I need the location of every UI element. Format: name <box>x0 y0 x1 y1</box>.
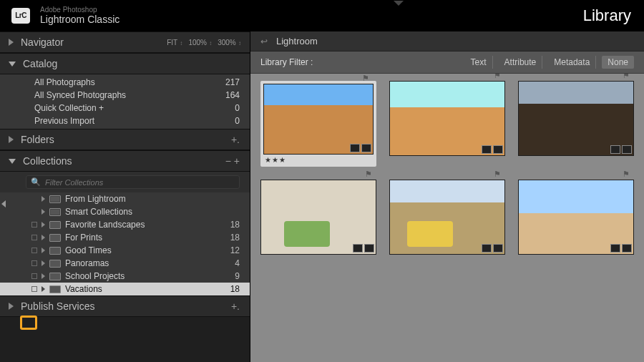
thumbnail-badge-icon[interactable] <box>361 144 371 152</box>
breadcrumb-back-icon[interactable]: ↩ <box>260 36 268 47</box>
thumbnail-image[interactable] <box>389 81 505 156</box>
collection-row[interactable]: Smart Collections <box>0 205 250 218</box>
thumbnail-badge-icon[interactable] <box>622 244 632 253</box>
module-picker-library[interactable]: Library <box>583 6 633 25</box>
grid-cell[interactable]: ⚑ <box>389 81 505 167</box>
collection-label: For Prints <box>65 233 226 243</box>
sync-checkbox[interactable] <box>31 286 37 292</box>
thumbnail-image[interactable] <box>518 81 634 156</box>
catalog-row[interactable]: All Synced Photographs164 <box>0 89 250 102</box>
source-breadcrumb[interactable]: ↩ Lightroom <box>250 31 644 52</box>
add-folder-button[interactable]: +. <box>230 134 241 145</box>
collection-count: 18 <box>230 233 240 243</box>
thumbnail-badge-icon[interactable] <box>364 244 374 253</box>
grid-cell[interactable]: ⚑★★★ <box>260 81 376 167</box>
catalog-row[interactable]: All Photographs217 <box>0 76 250 89</box>
grid-cell[interactable]: ⚑ <box>518 180 634 255</box>
collection-row[interactable]: Good Times12 <box>0 244 250 257</box>
product-name: Lightroom Classic <box>40 14 119 26</box>
catalog-row-label: All Photographs <box>34 77 95 87</box>
flag-icon[interactable]: ⚑ <box>623 74 631 78</box>
collection-label: Good Times <box>65 245 226 255</box>
sync-checkbox[interactable] <box>31 273 37 279</box>
disclosure-triangle-icon <box>9 39 14 46</box>
sync-checkbox[interactable] <box>31 248 37 253</box>
catalog-row[interactable]: Previous Import0 <box>0 114 250 127</box>
panel-header-catalog[interactable]: Catalog <box>0 53 250 74</box>
collection-row[interactable]: School Projects9 <box>0 270 250 283</box>
panel-header-publish[interactable]: Publish Services +. <box>0 295 250 317</box>
rating-stars[interactable]: ★★★ <box>263 155 374 164</box>
catalog-row-label: All Synced Photographs <box>34 90 126 100</box>
thumbnail-badge-icon[interactable] <box>482 244 492 253</box>
filter-tab-attribute[interactable]: Attribute <box>499 56 543 69</box>
thumbnail-badge-icon[interactable] <box>482 145 492 154</box>
zoom-300[interactable]: 300% <box>218 39 241 47</box>
body: Navigator FIT 100% 300% Catalog All Phot… <box>0 31 644 362</box>
collection-row[interactable]: For Prints18 <box>0 231 250 244</box>
collection-icon <box>49 208 61 216</box>
collection-row[interactable]: Vacations18 <box>0 283 250 295</box>
grid-cell[interactable]: ⚑ <box>518 81 634 167</box>
thumbnail-image[interactable] <box>263 84 374 155</box>
add-collection-button[interactable]: + <box>234 155 240 167</box>
flag-icon[interactable]: ⚑ <box>365 170 374 177</box>
tutorial-highlight-box <box>20 315 37 330</box>
thumbnail-badge-icon[interactable] <box>610 145 620 154</box>
flag-icon[interactable]: ⚑ <box>362 74 371 81</box>
collection-label: Favorite Landscapes <box>65 220 226 230</box>
collection-count: 18 <box>230 284 240 294</box>
panel-header-collections[interactable]: Collections − + <box>0 150 250 172</box>
panel-header-navigator[interactable]: Navigator FIT 100% 300% <box>0 31 250 53</box>
disclosure-triangle-icon <box>42 273 45 279</box>
sync-checkbox[interactable] <box>31 260 37 266</box>
collection-icon <box>49 247 61 255</box>
thumbnail-badge-icon[interactable] <box>350 144 360 152</box>
panel-title: Collections <box>23 155 72 167</box>
navigator-zoom-controls[interactable]: FIT 100% 300% <box>167 39 241 47</box>
top-panel-collapse-arrow[interactable] <box>394 1 404 6</box>
thumbnail-image[interactable] <box>518 180 634 255</box>
filter-tab-text[interactable]: Text <box>465 56 493 69</box>
flag-icon[interactable]: ⚑ <box>494 170 502 177</box>
collection-row[interactable]: From Lightroom <box>0 192 250 205</box>
collection-icon <box>49 234 61 242</box>
left-panel-collapse-arrow[interactable] <box>0 197 7 211</box>
thumbnail-badge-icon[interactable] <box>493 145 503 154</box>
disclosure-triangle-icon <box>42 196 45 202</box>
grid-cell[interactable]: ⚑ <box>389 180 505 255</box>
collections-search-input[interactable] <box>45 178 235 187</box>
collection-count: 4 <box>235 258 240 268</box>
zoom-100[interactable]: 100% <box>188 39 212 47</box>
collections-search-wrap[interactable]: 🔍 <box>26 175 240 189</box>
thumbnail-badge-icon[interactable] <box>353 244 363 253</box>
catalog-row[interactable]: Quick Collection +0 <box>0 102 250 114</box>
flag-icon[interactable]: ⚑ <box>623 170 631 177</box>
collection-row[interactable]: Panoramas4 <box>0 257 250 270</box>
panel-header-folders[interactable]: Folders +. <box>0 129 250 150</box>
thumbnail-image[interactable] <box>260 180 376 255</box>
thumbnail-badge-icon[interactable] <box>622 145 632 154</box>
thumbnail-grid[interactable]: ⚑★★★⚑⚑⚑⚑⚑ <box>250 74 644 362</box>
filter-tab-metadata[interactable]: Metadata <box>548 56 596 69</box>
remove-collection-button[interactable]: − <box>225 155 231 167</box>
collection-icon <box>49 260 61 268</box>
panel-title: Publish Services <box>21 300 95 312</box>
filter-tab-none[interactable]: None <box>602 56 634 69</box>
thumbnail-image[interactable] <box>389 180 505 255</box>
disclosure-triangle-icon <box>9 136 14 143</box>
filter-tabs: TextAttributeMetadataNone <box>465 56 634 69</box>
thumbnail-badge-icon[interactable] <box>493 244 503 253</box>
sync-checkbox[interactable] <box>31 222 37 228</box>
thumbnail-badge-icon[interactable] <box>610 244 620 253</box>
collection-row[interactable]: Favorite Landscapes18 <box>0 218 250 231</box>
product-vendor: Adobe Photoshop <box>40 6 119 14</box>
library-filter-bar: Library Filter : TextAttributeMetadataNo… <box>250 52 644 74</box>
add-publish-service-button[interactable]: +. <box>230 300 241 312</box>
app-icon: LrC <box>11 8 30 24</box>
grid-cell[interactable]: ⚑ <box>260 180 376 255</box>
flag-icon[interactable]: ⚑ <box>494 74 502 78</box>
zoom-fit[interactable]: FIT <box>167 39 182 47</box>
app-root: LrC Adobe Photoshop Lightroom Classic Li… <box>0 0 644 362</box>
sync-checkbox[interactable] <box>31 235 37 240</box>
